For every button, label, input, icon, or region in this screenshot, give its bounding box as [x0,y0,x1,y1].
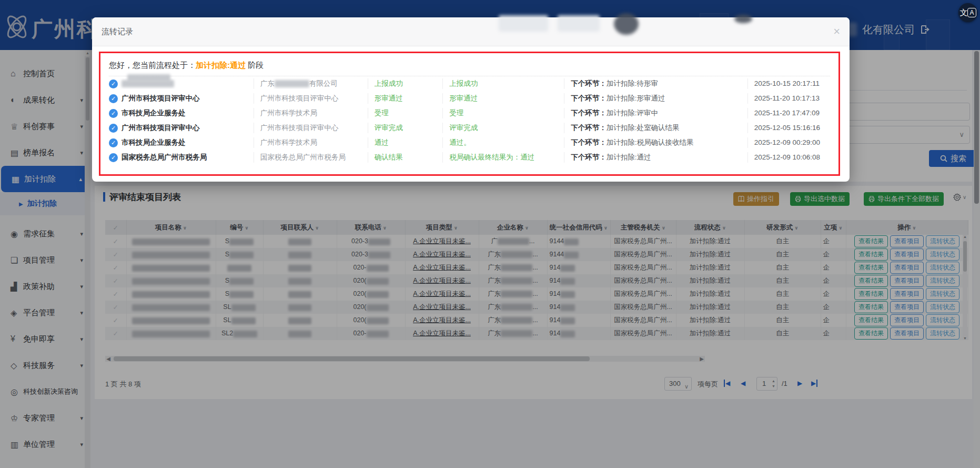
flow-time: 2025-11-20 17:47:09 [747,108,831,118]
flow-records-list: ✓广东有限公司上报成功上报成功下个环节：加计扣除:待形审2025-10-15 2… [108,76,831,165]
modal-title: 流转记录 [102,27,133,37]
flow-record-row: ✓广州市科技项目评审中心广州市科技项目评审中心评审完成评审完成下个环节：加计扣除… [108,121,831,135]
check-circle-icon: ✓ [109,124,118,133]
flow-status: 形审通过 [368,93,442,104]
redacted-text [127,74,170,82]
flow-status-detail: 税局确认最终结果为：通过 [442,152,564,163]
flow-next-step: 下个环节：加计扣除:通过 [564,152,747,163]
flow-record-row: ✓市科技局企业服务处广州市科学技术局受理受理下个环节：加计扣除:评审中2025-… [108,106,831,121]
flow-status-detail: 通过。 [442,137,564,148]
current-stage: 加计扣除:通过 [196,61,246,69]
flow-org-fullname: 国家税务总局广州市税务局 [254,152,368,163]
check-circle-icon: ✓ [109,94,118,103]
flow-org-fullname: 广州市科学技术局 [254,108,368,118]
redacted-avatar [734,15,752,23]
redacted-avatar [614,13,639,35]
flow-record-row: ✓广东有限公司上报成功上报成功下个环节：加计扣除:待形审2025-10-15 2… [108,76,831,91]
flow-org: ✓市科技局企业服务处 [108,137,254,148]
check-circle-icon: ✓ [109,109,118,118]
flow-time: 2025-10-15 20:17:11 [747,78,831,89]
check-circle-icon: ✓ [109,138,118,147]
flow-record-row: ✓市科技局企业服务处广州市科学技术局通过通过。下个环节：加计扣除:税局确认接收结… [108,135,831,150]
flow-stage-message: 您好，您当前流程处于：加计扣除:通过 阶段 [108,58,831,76]
flow-record-modal: 流转记录 × 您好，您当前流程处于：加计扣除:通过 阶段 ✓广东有限公司上报成功… [92,17,850,182]
flow-next-step: 下个环节：加计扣除:待形审 [564,78,747,89]
flow-status: 上报成功 [368,78,442,89]
flow-status: 受理 [368,108,442,118]
flow-time: 2025-12-09 00:29:00 [747,137,831,148]
flow-status-detail: 上报成功 [442,78,564,89]
flow-next-step: 下个环节：加计扣除:税局确认接收结果 [564,137,747,148]
flow-org: ✓广州市科技项目评审中心 [108,93,254,104]
modal-title-bar: 流转记录 × [92,17,850,46]
app-page: 广州科技 化有限公司 文A ⌂控制首页◐成果转化▾♕科创赛事▾▤榜单报名▾▦加计… [0,0,980,468]
flow-record-row: ✓国家税务总局广州市税务局国家税务总局广州市税务局确认结果税局确认最终结果为：通… [108,150,831,165]
check-circle-icon: ✓ [109,153,118,162]
flow-time: 2025-12-09 10:06:08 [747,152,831,163]
flow-org: ✓国家税务总局广州市税务局 [108,152,254,163]
flow-record-row: ✓广州市科技项目评审中心广州市科技项目评审中心形审通过形审通过下个环节：加计扣除… [108,91,831,106]
redacted-header-item [499,15,548,32]
flow-next-step: 下个环节：加计扣除:评审中 [564,108,747,118]
flow-status: 评审完成 [368,123,442,133]
flow-time: 2025-11-20 10:17:13 [747,93,831,104]
flow-status-detail: 形审通过 [442,93,564,104]
flow-status-detail: 评审完成 [442,123,564,133]
flow-status: 通过 [368,137,442,148]
redacted-header-item [558,15,600,32]
flow-status: 确认结果 [368,152,442,163]
flow-time: 2025-12-05 15:16:16 [747,123,831,133]
flow-org-fullname: 广州市科技项目评审中心 [254,93,368,104]
flow-next-step: 下个环节：加计扣除:形审通过 [564,93,747,104]
check-circle-icon: ✓ [109,79,118,88]
flow-org: ✓广州市科技项目评审中心 [108,123,254,133]
flow-org-fullname: 广州市科技项目评审中心 [254,123,368,133]
flow-org-fullname: 广东有限公司 [254,78,368,89]
flow-next-step: 下个环节：加计扣除:处室确认结果 [564,123,747,133]
flow-org: ✓市科技局企业服务处 [108,108,254,118]
flow-highlight-box: 您好，您当前流程处于：加计扣除:通过 阶段 ✓广东有限公司上报成功上报成功下个环… [99,52,840,176]
flow-org-fullname: 广州市科学技术局 [254,137,368,148]
flow-status-detail: 受理 [442,108,564,118]
translate-icon[interactable]: 文A [958,3,977,22]
close-icon[interactable]: × [833,26,840,37]
